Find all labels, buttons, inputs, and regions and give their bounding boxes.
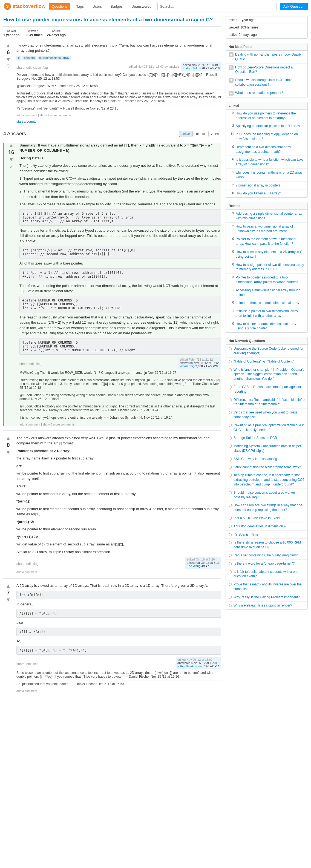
comment-3-author[interactable]: Russell Borogove: [63, 106, 89, 110]
linked-link-2[interactable]: In C, does the meaning of A[i][j] depend…: [236, 132, 305, 141]
hot-net-link-4[interactable]: Differenze tra "intercambiabile" e "scam…: [234, 398, 305, 407]
a1-add-comment[interactable]: add a comment: [20, 423, 40, 426]
hot-net-link-20[interactable]: Is it fair to punish absent students wit…: [234, 569, 305, 579]
linked-link-3[interactable]: Representing a two-dimensional array ass…: [236, 145, 305, 154]
a1-comment-0-author[interactable]: antonjn: [136, 371, 147, 375]
a1-show-more[interactable]: add a comment | show 6 more comments: [20, 423, 221, 426]
comment-2-author[interactable]: dmckee: [125, 99, 136, 103]
answer-3-flag[interactable]: flag: [33, 662, 38, 666]
related-link-0[interactable]: Addressing a single dimensional pointer …: [236, 211, 305, 221]
answer-1-upvote[interactable]: ▲: [8, 143, 14, 148]
linked-link-7[interactable]: How do you flatten a 3D array?: [236, 191, 281, 196]
author-name[interactable]: Tudor Ciotlos: [183, 66, 201, 70]
hot-net-link-7[interactable]: Strange Solder Spots on PCB: [234, 436, 277, 440]
hot-net-link-6[interactable]: Rewriting as a practical optimization te…: [234, 423, 305, 432]
answer-3-author[interactable]: Nithin Balakrishnan: [177, 664, 204, 668]
hot-net-link-10[interactable]: Latex cannot find the bibliography items…: [234, 465, 301, 470]
bookmark-button[interactable]: ⬡: [6, 63, 10, 68]
answer-2-edit[interactable]: edit: [26, 562, 31, 566]
add-comment-link[interactable]: add a comment: [17, 114, 37, 117]
linked-link-1[interactable]: Specifying a particular position in a 2D…: [236, 124, 300, 128]
answer-1-author[interactable]: WhozCraig: [180, 365, 194, 368]
answer-3-upvote[interactable]: ▲: [5, 583, 11, 588]
linked-link-4[interactable]: Is it possible to write a function which…: [236, 157, 305, 167]
a3-add-comment-link[interactable]: add a comment: [17, 689, 37, 692]
hot-net-link-13[interactable]: How can I replace two strings in a way t…: [234, 503, 305, 512]
upvote-button[interactable]: ▲: [5, 43, 11, 48]
answer-1-flag[interactable]: flag: [36, 362, 41, 366]
answer-1-share[interactable]: share: [20, 362, 28, 366]
linked-link-6[interactable]: 2 dimensional array in pointers: [236, 183, 280, 188]
tag-pointers[interactable]: pointers: [23, 56, 36, 60]
nav-users[interactable]: Users: [90, 3, 104, 9]
hot-net-link-23[interactable]: Why are straight lines sloping in render…: [234, 603, 292, 608]
comment-1-author[interactable]: effeffe: [59, 84, 68, 88]
hot-net-link-12[interactable]: Should I raise concerns about a co-worke…: [234, 490, 305, 500]
hot-net-link-11[interactable]: To stop climate change, is it necessary …: [234, 473, 305, 487]
hot-meta-2-link[interactable]: Should we discourage links to JSFiddle c…: [235, 78, 305, 87]
hot-net-link-9[interactable]: SSH Gateway in ~/.ssh/config: [234, 457, 277, 461]
sort-votes[interactable]: votes: [208, 131, 221, 137]
hot-net-link-5[interactable]: Verbs that are used when you want to dre…: [234, 410, 305, 420]
answer-1-downvote[interactable]: ▼: [8, 157, 14, 162]
a2-add-comment-link[interactable]: add a comment: [17, 570, 37, 574]
answer-2-downvote[interactable]: ▼: [5, 450, 11, 455]
hot-net-link-16[interactable]: It's Spanish Time!: [234, 532, 259, 537]
related-link-5[interactable]: Pointer to pointer assigned to a two-dim…: [236, 275, 305, 284]
hot-meta-3-link[interactable]: What does reputation represent?: [235, 91, 283, 95]
hot-meta-0-link[interactable]: Dealing with non-English posts in Low Qu…: [235, 52, 305, 62]
tag-multidimensional-array[interactable]: multidimensional-array: [37, 56, 71, 60]
a1-comment-2-author[interactable]: antonjn: [20, 397, 30, 401]
answer-2-upvote[interactable]: ▲: [5, 435, 11, 441]
hot-net-link-17[interactable]: Is there still a reason to choose a 10,0…: [234, 540, 305, 550]
linked-link-0[interactable]: How do you use pointers to reference the…: [236, 111, 305, 121]
nav-tags[interactable]: Tags: [74, 3, 87, 9]
search-input[interactable]: [157, 3, 277, 10]
close-link[interactable]: close: [33, 66, 41, 69]
related-link-1[interactable]: How to pass a two dimensional array of u…: [236, 224, 305, 234]
related-link-8[interactable]: Initialise a pointer to two-dimensional …: [236, 309, 305, 318]
related-link-3[interactable]: How to access any element in a 2D array …: [236, 250, 305, 259]
a3-add-comment[interactable]: add a comment: [17, 689, 221, 692]
answer-2-author[interactable]: Eric Wang: [187, 564, 200, 568]
answer-2-add-comment[interactable]: add a comment: [17, 570, 221, 574]
hot-net-link-18[interactable]: Can a set containing 0 be purely imagina…: [234, 553, 298, 558]
share-link[interactable]: share: [17, 66, 25, 69]
show-more-comments[interactable]: add a comment | show 2 more comments: [17, 114, 221, 117]
hot-net-link-22[interactable]: Why, really, is the Halting Problem impo…: [234, 595, 300, 600]
sort-active[interactable]: active: [179, 131, 192, 137]
hot-net-link-0[interactable]: Unscramble the Source Code (poker themed…: [234, 346, 305, 356]
hot-net-link-8[interactable]: Managing System Configuration data in he…: [234, 444, 305, 453]
related-link-9[interactable]: How to define a double dimensional array…: [236, 322, 305, 331]
a1-comment-1-author[interactable]: Tudor Ciotlos: [192, 382, 212, 386]
linked-link-5[interactable]: why does this pointer arithmetic on a 2D…: [236, 170, 305, 180]
related-link-7[interactable]: pointer arithmetic in multi-dimensional …: [236, 301, 299, 305]
sort-oldest[interactable]: oldest: [193, 131, 207, 137]
tag-c[interactable]: c: [17, 56, 21, 60]
related-link-2[interactable]: Pointer to the element of two-dimensiona…: [236, 237, 305, 246]
a3-comment-1-author[interactable]: Daniel Fischer: [75, 682, 97, 686]
start-bounty-link[interactable]: start a bounty: [17, 120, 36, 123]
downvote-button[interactable]: ▼: [5, 57, 11, 62]
hot-net-link-1[interactable]: "Table of Contents" vs. "Table of Conten…: [234, 359, 294, 364]
hot-net-link-2[interactable]: Who is 'another champion' in President O…: [234, 368, 305, 381]
a1-show-more-link[interactable]: show 6 more comments: [43, 423, 75, 426]
a1-comment-3-author[interactable]: Daniel Fischer: [108, 408, 129, 412]
answer-3-share[interactable]: share: [17, 662, 25, 666]
a3-comment-0-author[interactable]: Daniel Fischer: [129, 675, 150, 679]
answer-3-downvote[interactable]: ▼: [5, 597, 11, 602]
nav-questions[interactable]: Questions: [49, 3, 70, 9]
logo[interactable]: S stackoverflow: [3, 2, 45, 10]
hot-net-link-15[interactable]: Thurston geometries in dimension 4: [234, 524, 286, 529]
show-more-comments-link[interactable]: show 2 more comments: [40, 114, 72, 117]
hot-net-link-21[interactable]: Prove that a matrix and its inverse are …: [234, 582, 305, 591]
a1-comment-4-author[interactable]: Johannes Schaub - litb: [110, 416, 143, 420]
related-link-4[interactable]: How to assign pointer of two-dimensional…: [236, 262, 305, 272]
flag-link[interactable]: flag: [42, 66, 48, 69]
nav-badges[interactable]: Badges: [108, 3, 125, 9]
answer-2-share[interactable]: share: [17, 562, 25, 566]
hot-net-link-3[interactable]: From SAS to R - what are "must" packages…: [234, 385, 305, 394]
answer-1-edit[interactable]: edit: [29, 362, 34, 366]
hot-net-link-14[interactable]: Plot a 50Hz Sine Wave in Excel: [234, 516, 280, 521]
answer-2-flag[interactable]: flag: [33, 562, 38, 566]
